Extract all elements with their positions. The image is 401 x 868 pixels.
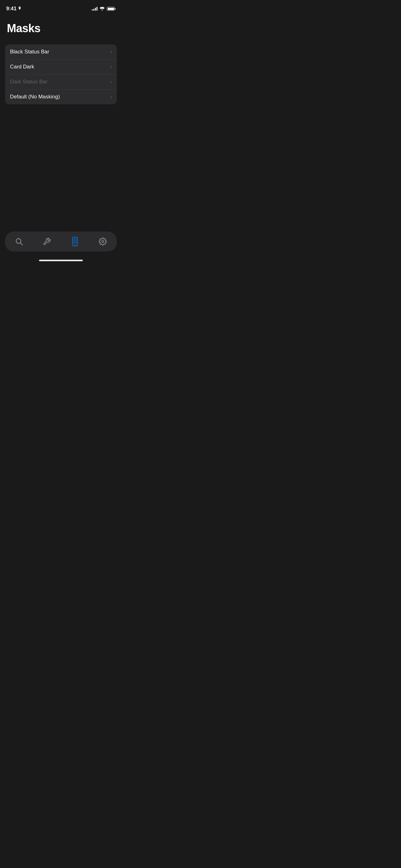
chevron-icon-default-no-masking: › bbox=[110, 94, 112, 99]
list-item-default-no-masking[interactable]: Default (No Masking) › bbox=[5, 89, 117, 104]
tools-icon bbox=[43, 238, 51, 246]
wifi-icon bbox=[100, 7, 105, 11]
phone-container: 9:41 bbox=[0, 0, 122, 264]
signal-bar-1 bbox=[92, 9, 93, 11]
battery-icon bbox=[107, 7, 115, 11]
svg-point-5 bbox=[74, 244, 75, 245]
list-item-label-default-no-masking: Default (No Masking) bbox=[10, 94, 60, 100]
tab-phone[interactable] bbox=[61, 236, 89, 247]
status-bar: 9:41 bbox=[0, 0, 122, 16]
svg-line-2 bbox=[20, 243, 23, 245]
status-time: 9:41 bbox=[6, 6, 16, 11]
list-item-card-dark[interactable]: Card Dark › bbox=[5, 59, 117, 74]
location-icon bbox=[18, 6, 21, 11]
list-item-label-card-dark: Card Dark bbox=[10, 64, 34, 70]
gear-icon bbox=[99, 238, 107, 246]
masks-list: Black Status Bar › Card Dark › Dark Stat… bbox=[5, 44, 117, 104]
chevron-icon-black-status-bar: › bbox=[110, 50, 112, 54]
tab-search[interactable] bbox=[5, 236, 33, 247]
signal-bars bbox=[92, 7, 97, 11]
content-spacer bbox=[0, 104, 122, 231]
tab-settings[interactable] bbox=[89, 236, 117, 247]
signal-bar-3 bbox=[95, 8, 96, 11]
home-indicator bbox=[0, 258, 122, 264]
tab-tools[interactable] bbox=[33, 236, 61, 247]
list-item-dark-status-bar[interactable]: Dark Status Bar › bbox=[5, 74, 117, 89]
status-left: 9:41 bbox=[6, 6, 21, 11]
page-title: Masks bbox=[0, 16, 122, 44]
list-item-label-dark-status-bar: Dark Status Bar bbox=[10, 79, 47, 85]
status-right bbox=[92, 7, 115, 11]
svg-rect-4 bbox=[73, 238, 77, 244]
svg-point-6 bbox=[102, 241, 104, 243]
tab-bar bbox=[5, 231, 117, 251]
signal-bar-4 bbox=[97, 7, 97, 11]
svg-point-0 bbox=[102, 10, 102, 11]
signal-bar-2 bbox=[93, 9, 94, 11]
list-item-black-status-bar[interactable]: Black Status Bar › bbox=[5, 44, 117, 59]
phone-icon bbox=[71, 237, 78, 246]
home-indicator-bar bbox=[39, 260, 83, 261]
chevron-icon-dark-status-bar: › bbox=[110, 80, 112, 84]
list-item-label-black-status-bar: Black Status Bar bbox=[10, 49, 49, 55]
search-icon bbox=[15, 238, 23, 246]
chevron-icon-card-dark: › bbox=[110, 64, 112, 69]
